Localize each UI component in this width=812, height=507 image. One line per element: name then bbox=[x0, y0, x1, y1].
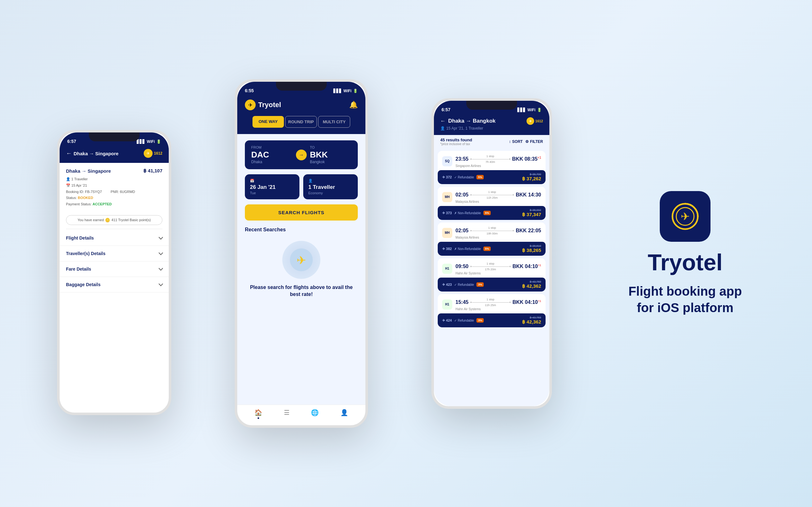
from-label: FROM bbox=[251, 146, 293, 149]
route-text-right: Dhaka → Bangkok bbox=[448, 118, 496, 124]
route-label-left: Dhaka → Singapore bbox=[66, 168, 111, 174]
status-icons-left: ▋▋▋ WiFi 🔋 bbox=[137, 139, 161, 144]
price-area-3: ฿ 43,783 ฿ 42,362 bbox=[522, 280, 541, 289]
search-flights-button[interactable]: SEARCH FLIGHTS bbox=[245, 205, 358, 221]
flight-route-3: 09:50 1 stop 17h 20m BKK 04:10+1 bbox=[455, 262, 541, 271]
nav-profile[interactable]: 👤 bbox=[340, 409, 348, 419]
airline-logo-3: H1 bbox=[442, 264, 452, 274]
logo-icon-left: ✈ bbox=[144, 149, 153, 158]
flight-info-3: 09:50 1 stop 17h 20m BKK 04:10+1 bbox=[455, 262, 541, 275]
route-main: Dhaka → Singapore ฿ 41,107 bbox=[66, 168, 162, 174]
phone-center: 6:55 ▋▋▋ WiFi 🔋 ✈ Tryotel 🔔 bbox=[235, 79, 368, 428]
price-area-4: ฿ 43,783 ฿ 42,362 bbox=[522, 316, 541, 325]
accordion-label-0: Flight Details bbox=[66, 235, 94, 240]
brand-name-center: Tryotel bbox=[258, 101, 281, 109]
flight-card-3[interactable]: H1 09:50 1 stop 17h 20m bbox=[438, 258, 546, 291]
chevron-3 bbox=[159, 282, 163, 286]
flight-card-1[interactable]: MH 02:05 1 stop 11h 25m bbox=[438, 187, 546, 220]
flight-num-2: ✈ 382 bbox=[442, 247, 452, 251]
time-left: 6:57 bbox=[67, 139, 76, 144]
badge-row-0: ✈ 372 ✓ Refundable 5% bbox=[442, 175, 484, 179]
flight-num-1: ✈ 373 bbox=[442, 211, 452, 215]
profile-icon: 👤 bbox=[340, 409, 348, 416]
arr-time-3: BKK 04:10+1 bbox=[513, 264, 541, 269]
accordion-traveller-details[interactable]: Traveller(s) Details bbox=[60, 246, 169, 262]
nav-active-indicator bbox=[258, 417, 259, 419]
tab-round-trip[interactable]: ROUND TRIP bbox=[285, 116, 317, 128]
pax-value: 1 Traveller bbox=[308, 184, 353, 190]
accordion-flight-details[interactable]: Flight Details bbox=[60, 230, 169, 246]
chevron-2 bbox=[159, 266, 163, 271]
booking-info: Dhaka → Singapore ฿ 41,107 👤 1 Traveller… bbox=[60, 163, 169, 213]
airline-logo-0: SQ bbox=[442, 156, 452, 166]
bell-icon-center[interactable]: 🔔 bbox=[349, 101, 358, 109]
person-icon-right: 👤 bbox=[440, 126, 445, 130]
flight-card-4[interactable]: H1 15:45 1 stop 11h 25m bbox=[438, 294, 546, 327]
old-price-0: ฿ 38,700 bbox=[522, 173, 541, 176]
back-button-left[interactable]: ← Dhaka → Singapore bbox=[66, 150, 119, 157]
from-code: DAC bbox=[251, 150, 293, 160]
nav-globe[interactable]: 🌐 bbox=[311, 409, 319, 419]
flight-info-0: 23:55 1 stop 7h 40m BKK 08:35+1 bbox=[455, 155, 541, 168]
logo-badge-right: ✈ 1612 bbox=[526, 117, 543, 125]
brand-tagline-line1: Flight booking app bbox=[628, 284, 742, 298]
flight-card-2[interactable]: MH 02:05 1 stop 19h 00m bbox=[438, 222, 546, 256]
tab-multi-city[interactable]: MULTI CITY bbox=[318, 116, 350, 128]
pax-icon: 👤 bbox=[308, 179, 353, 183]
nav-home[interactable]: 🏠 bbox=[254, 409, 262, 419]
pax-selector[interactable]: 👤 1 Traveller Economy bbox=[303, 174, 358, 199]
payment-line: Payment Status: ACCEPTED bbox=[66, 201, 162, 208]
bottom-nav: 🏠 ☰ 🌐 👤 bbox=[237, 405, 365, 425]
to-city: Bangkok bbox=[310, 160, 351, 164]
new-price-2: ฿ 38,265 bbox=[522, 247, 541, 253]
stop-label-4: 1 stop bbox=[487, 298, 495, 301]
flight-info-1: 02:05 1 stop 11h 25m BKK 14:30 bbox=[455, 190, 541, 204]
wifi-icon-right: WiFi bbox=[527, 108, 536, 112]
route-text-left: Dhaka → Singapore bbox=[73, 151, 119, 156]
flight-route-2: 02:05 1 stop 19h 00m BKK 22:05 bbox=[455, 226, 541, 235]
back-arrow-left: ← bbox=[66, 150, 72, 157]
filter-button[interactable]: ⚙ FILTER bbox=[525, 139, 543, 144]
sort-button[interactable]: ↕ SORT bbox=[509, 139, 523, 144]
new-price-4: ฿ 42,362 bbox=[522, 319, 541, 325]
arr-time-0: BKK 08:35+1 bbox=[512, 156, 541, 162]
battery-icon-center: 🔋 bbox=[353, 89, 358, 93]
to-code: BKK bbox=[310, 150, 351, 160]
price-left: ฿ 41,107 bbox=[143, 168, 162, 174]
discount-badge-1: 5% bbox=[484, 211, 491, 215]
brand-tagline-line2: for iOS platform bbox=[637, 301, 733, 315]
recent-searches-label: Recent Searches bbox=[245, 227, 358, 233]
sub-info-right: 👤 15 Apr '21, 1 Traveller bbox=[440, 126, 543, 130]
new-price-0: ฿ 37,262 bbox=[522, 176, 541, 181]
discount-badge-4: 3% bbox=[476, 318, 484, 323]
airline-name-3: Hahn Air Systems bbox=[455, 272, 541, 275]
badge-row-2: ✈ 382 ✗ Non-Refundable 5% bbox=[442, 246, 491, 251]
points-bar: You have earned 🪙 411 Tryotel Basic poin… bbox=[66, 215, 162, 225]
battery-icon-left: 🔋 bbox=[156, 139, 161, 144]
results-header: ← Dhaka → Bangkok ✈ 1612 👤 15 Apr '21, 1… bbox=[434, 114, 549, 135]
back-arrow-right[interactable]: ← bbox=[440, 118, 446, 124]
accordion-fare-details[interactable]: Fare Details bbox=[60, 262, 169, 277]
flight-card-0[interactable]: SQ 23:55 1 stop 7h 40m bbox=[438, 151, 546, 184]
discount-badge-2: 5% bbox=[484, 246, 491, 251]
date-sub: Tue bbox=[250, 191, 294, 195]
route-swap-button[interactable]: → bbox=[296, 150, 307, 160]
results-count: 45 results found bbox=[440, 137, 472, 142]
plane-illustration: ✈ bbox=[282, 241, 320, 279]
line-dots-2 bbox=[470, 230, 514, 231]
duration-0: 7h 40m bbox=[486, 160, 495, 164]
time-right: 6:57 bbox=[442, 107, 450, 112]
price-area-2: ฿ 38,810 ฿ 38,265 bbox=[522, 244, 541, 253]
date-line: 📅 15 Apr '21 bbox=[66, 182, 162, 189]
points-value: 411 Tryotel Basic point(s) bbox=[111, 218, 151, 222]
nav-list[interactable]: ☰ bbox=[284, 409, 290, 419]
refund-badge-4: ✓ Refundable bbox=[454, 319, 474, 322]
accordion-baggage-details[interactable]: Baggage Details bbox=[60, 277, 169, 292]
flight-route-1: 02:05 1 stop 11h 25m BKK 14:30 bbox=[455, 190, 541, 199]
line-dots-0 bbox=[470, 158, 510, 160]
flight-line-4: 1 stop 11h 25m bbox=[470, 298, 511, 307]
date-picker[interactable]: 📅 26 Jan '21 Tue bbox=[245, 174, 299, 199]
route-selector[interactable]: FROM DAC Dhaka → TO BKK Bangkok bbox=[245, 140, 358, 169]
airline-name-4: Hahn Air Systems bbox=[455, 307, 541, 311]
tab-one-way[interactable]: ONE WAY bbox=[252, 116, 284, 128]
